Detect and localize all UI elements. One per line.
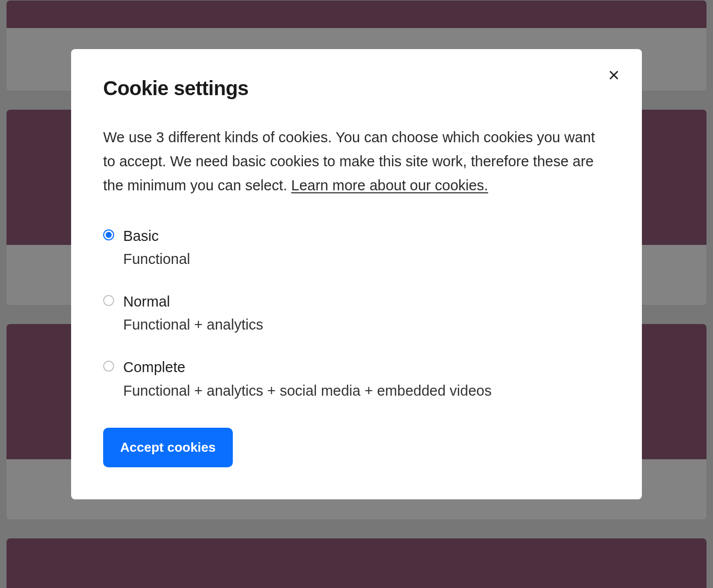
radio-input[interactable] (103, 295, 114, 306)
accept-cookies-button[interactable]: Accept cookies (103, 428, 233, 467)
close-icon (608, 69, 620, 81)
radio-input[interactable] (103, 229, 114, 240)
modal-description: We use 3 different kinds of cookies. You… (103, 126, 609, 198)
radio-input[interactable] (103, 361, 114, 372)
option-basic[interactable]: Basic Functional (103, 226, 610, 269)
option-sublabel: Functional + analytics + social media + … (123, 381, 492, 401)
modal-title: Cookie settings (103, 77, 610, 100)
learn-more-link[interactable]: Learn more about our cookies. (291, 177, 488, 193)
cookie-options: Basic Functional Normal Functional + ana… (103, 226, 610, 401)
modal-overlay: Cookie settings We use 3 different kinds… (0, 0, 713, 588)
option-label: Normal (123, 291, 263, 312)
option-complete[interactable]: Complete Functional + analytics + social… (103, 357, 610, 401)
option-sublabel: Functional (123, 249, 190, 269)
option-label: Complete (123, 357, 492, 378)
close-button[interactable] (606, 67, 622, 83)
option-sublabel: Functional + analytics (123, 315, 263, 335)
cookie-settings-modal: Cookie settings We use 3 different kinds… (71, 49, 642, 499)
option-label: Basic (123, 226, 190, 246)
option-normal[interactable]: Normal Functional + analytics (103, 291, 610, 335)
